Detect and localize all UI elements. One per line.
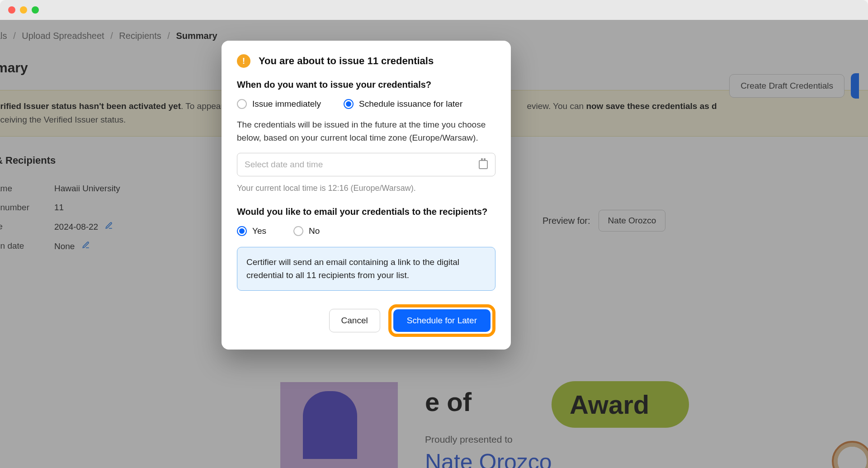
issue-credentials-modal: ! You are about to issue 11 credentials … bbox=[222, 41, 511, 350]
window-title-bar bbox=[0, 0, 868, 20]
calendar-icon bbox=[479, 160, 488, 169]
cancel-button[interactable]: Cancel bbox=[329, 309, 380, 332]
email-radio-group: Yes No bbox=[237, 226, 495, 236]
radio-label: Issue immediately bbox=[252, 99, 321, 109]
tutorial-highlight: Schedule for Later bbox=[388, 304, 495, 337]
radio-email-yes[interactable]: Yes bbox=[237, 226, 266, 236]
radio-issue-immediately[interactable]: Issue immediately bbox=[237, 99, 321, 109]
window-minimize-button[interactable] bbox=[20, 6, 27, 14]
datetime-placeholder: Select date and time bbox=[245, 160, 323, 170]
radio-schedule-later[interactable]: Schedule issuance for later bbox=[344, 99, 462, 109]
radio-label: No bbox=[309, 226, 320, 236]
radio-icon bbox=[237, 99, 247, 109]
radio-label: Yes bbox=[252, 226, 266, 236]
schedule-for-later-button[interactable]: Schedule for Later bbox=[393, 309, 491, 332]
modal-title: You are about to issue 11 credentials bbox=[259, 55, 434, 67]
radio-icon bbox=[293, 226, 303, 236]
local-time-hint: Your current local time is 12:16 (Europe… bbox=[237, 184, 495, 193]
radio-icon bbox=[344, 99, 354, 109]
modal-question-email: Would you like to email your credentials… bbox=[237, 207, 495, 217]
radio-icon bbox=[237, 226, 247, 236]
window-zoom-button[interactable] bbox=[32, 6, 39, 14]
window-close-button[interactable] bbox=[8, 6, 15, 14]
warning-icon: ! bbox=[237, 54, 250, 68]
email-info-box: Certifier will send an email containing … bbox=[237, 247, 495, 291]
radio-email-no[interactable]: No bbox=[293, 226, 320, 236]
schedule-description: The credentials will be issued in the fu… bbox=[237, 118, 495, 145]
modal-question-when: When do you want to issue your credentia… bbox=[237, 80, 495, 90]
radio-label: Schedule issuance for later bbox=[359, 99, 462, 109]
datetime-input[interactable]: Select date and time bbox=[237, 153, 495, 176]
when-radio-group: Issue immediately Schedule issuance for … bbox=[237, 99, 495, 109]
